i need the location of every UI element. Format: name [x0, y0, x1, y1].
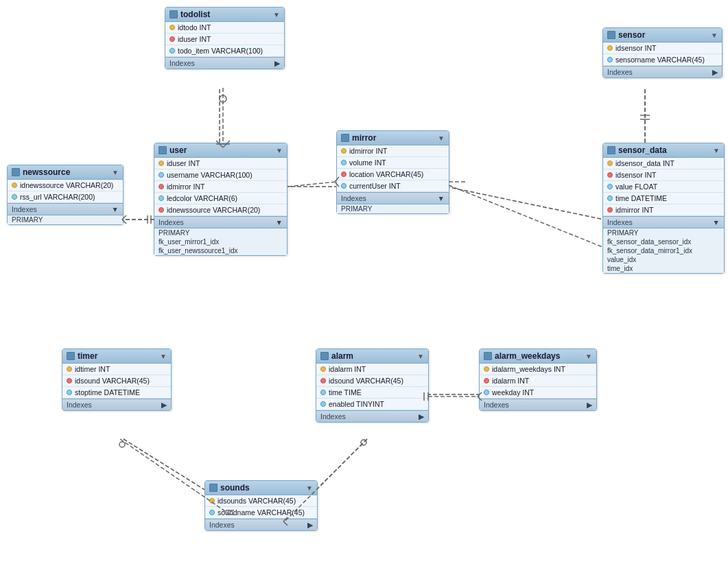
- field-row: idnewssource VARCHAR(20): [8, 180, 123, 191]
- table-icon-todolist: [169, 10, 178, 19]
- fk-icon: [607, 172, 613, 178]
- table-sensor-data: sensor_data ▼ idsensor_data INT idsensor…: [602, 143, 725, 274]
- table-alarm: alarm ▼ idalarm INT idsound VARCHAR(45) …: [316, 348, 429, 423]
- indexes-section-user[interactable]: Indexes ▼: [154, 216, 287, 228]
- table-arrow-user[interactable]: ▼: [276, 147, 283, 154]
- indexes-section-sensor[interactable]: Indexes ▶: [603, 66, 722, 78]
- field-text: idalarm INT: [492, 377, 529, 385]
- diamond-icon: [606, 56, 613, 63]
- table-icon-sensor-data: [607, 146, 615, 154]
- index-row: fk_user_newssource1_idx: [154, 246, 287, 255]
- table-name-sensor: sensor: [618, 30, 645, 40]
- diamond-icon: [157, 171, 165, 178]
- index-row: PRIMARY: [8, 215, 123, 224]
- field-text: idsound VARCHAR(45): [75, 377, 150, 385]
- diamond-icon: [606, 182, 613, 190]
- table-header-mirror: mirror ▼: [337, 131, 449, 145]
- key-icon: [158, 161, 164, 166]
- field-row: iduser INT: [165, 34, 284, 45]
- field-row: stoptime DATETIME: [62, 387, 171, 399]
- field-row: idsensor INT: [603, 43, 722, 54]
- svg-line-13: [288, 182, 336, 187]
- table-header-newssource: newssource ▼: [8, 165, 123, 180]
- field-row: iduser INT: [154, 158, 287, 169]
- field-row: time DATETIME: [603, 193, 724, 204]
- field-text: rss_url VARCHAR(200): [20, 193, 95, 201]
- field-row: time TIME: [316, 387, 428, 399]
- connections-svg: [0, 0, 728, 568]
- field-row: idtodo INT: [165, 22, 284, 34]
- svg-line-25: [449, 185, 602, 247]
- indexes-section-alarm-weekdays[interactable]: Indexes ▶: [480, 399, 596, 410]
- diamond-icon: [340, 182, 347, 189]
- indexes-section-mirror[interactable]: Indexes ▼: [337, 192, 449, 204]
- svg-line-3: [446, 187, 604, 220]
- table-arrow-sounds[interactable]: ▼: [306, 484, 313, 492]
- field-text: idmirror INT: [167, 182, 204, 191]
- diamond-icon: [208, 508, 215, 516]
- field-text: idsounds VARCHAR(45): [218, 497, 296, 505]
- table-user: user ▼ iduser INT username VARCHAR(100) …: [154, 143, 287, 256]
- svg-point-9: [220, 95, 226, 102]
- table-header-user: user ▼: [154, 143, 287, 158]
- key-icon: [607, 45, 613, 51]
- table-arrow-mirror[interactable]: ▼: [438, 134, 445, 142]
- table-timer: timer ▼ idtimer INT idsound VARCHAR(45) …: [62, 348, 172, 411]
- fk-icon: [607, 207, 613, 213]
- field-row: ledcolor VARCHAR(6): [154, 193, 287, 204]
- table-arrow-alarm-weekdays[interactable]: ▼: [585, 353, 592, 360]
- table-header-sensor-data: sensor_data ▼: [603, 143, 724, 158]
- field-row: value FLOAT: [603, 181, 724, 193]
- field-text: soundname VARCHAR(45): [218, 508, 305, 517]
- field-text: idnewssource VARCHAR(20): [20, 181, 113, 189]
- table-name-todolist: todolist: [180, 10, 210, 19]
- svg-point-32: [361, 440, 366, 445]
- table-icon-user: [158, 146, 167, 154]
- table-header-todolist: todolist ▼: [165, 8, 284, 22]
- indexes-section-alarm[interactable]: Indexes ▶: [316, 410, 428, 422]
- diamond-icon: [482, 388, 490, 396]
- table-arrow-sensor-data[interactable]: ▼: [713, 147, 720, 154]
- table-header-timer: timer ▼: [62, 349, 171, 364]
- table-icon-sounds: [209, 484, 218, 492]
- field-text: idalarm INT: [329, 365, 366, 373]
- key-icon: [12, 182, 17, 188]
- table-sounds: sounds ▼ idsounds VARCHAR(45) soundname …: [204, 480, 318, 531]
- table-icon-newssource: [12, 168, 20, 176]
- table-arrow-timer[interactable]: ▼: [160, 353, 167, 360]
- index-row: fk_sensor_data_sensor_idx: [603, 237, 724, 246]
- svg-point-36: [119, 442, 125, 447]
- table-arrow-newssource[interactable]: ▼: [112, 169, 119, 176]
- table-arrow-sensor[interactable]: ▼: [711, 32, 718, 39]
- field-text: value FLOAT: [615, 182, 657, 191]
- table-arrow-todolist[interactable]: ▼: [273, 11, 280, 19]
- table-header-sounds: sounds ▼: [205, 481, 317, 495]
- field-text: weekday INT: [492, 388, 534, 397]
- field-text: volume INT: [349, 158, 386, 167]
- table-name-alarm: alarm: [331, 351, 353, 361]
- field-text: idmirror INT: [615, 206, 653, 214]
- table-icon-mirror: [341, 134, 349, 142]
- key-icon: [484, 366, 489, 372]
- field-row: idsounds VARCHAR(45): [205, 495, 317, 507]
- field-text: iduser INT: [167, 159, 200, 167]
- field-row: idnewssource VARCHAR(20): [154, 204, 287, 216]
- indexes-section-newssource[interactable]: Indexes ▼: [8, 203, 123, 215]
- field-row: idtimer INT: [62, 364, 171, 375]
- field-text: idtodo INT: [178, 23, 211, 32]
- field-text: idsensor_data INT: [615, 159, 674, 167]
- indexes-section-sensor-data[interactable]: Indexes ▼: [603, 216, 724, 228]
- table-alarm-weekdays: alarm_weekdays ▼ idalarm_weekdays INT id…: [479, 348, 597, 411]
- table-arrow-alarm[interactable]: ▼: [417, 353, 424, 360]
- field-text: idalarm_weekdays INT: [492, 365, 565, 373]
- field-text: username VARCHAR(100): [167, 171, 253, 179]
- table-sensor: sensor ▼ idsensor INT sensorname VARCHAR…: [602, 27, 723, 78]
- field-row: idalarm_weekdays INT: [480, 364, 596, 375]
- indexes-section-sounds[interactable]: Indexes ▶: [205, 519, 317, 530]
- field-text: idsound VARCHAR(45): [329, 377, 403, 385]
- field-row: idmirror INT: [337, 145, 449, 157]
- field-row: sensorname VARCHAR(45): [603, 54, 722, 66]
- indexes-section-todolist[interactable]: Indexes ▶: [165, 57, 284, 69]
- field-row: idalarm INT: [480, 375, 596, 387]
- indexes-section-timer[interactable]: Indexes ▶: [62, 399, 171, 410]
